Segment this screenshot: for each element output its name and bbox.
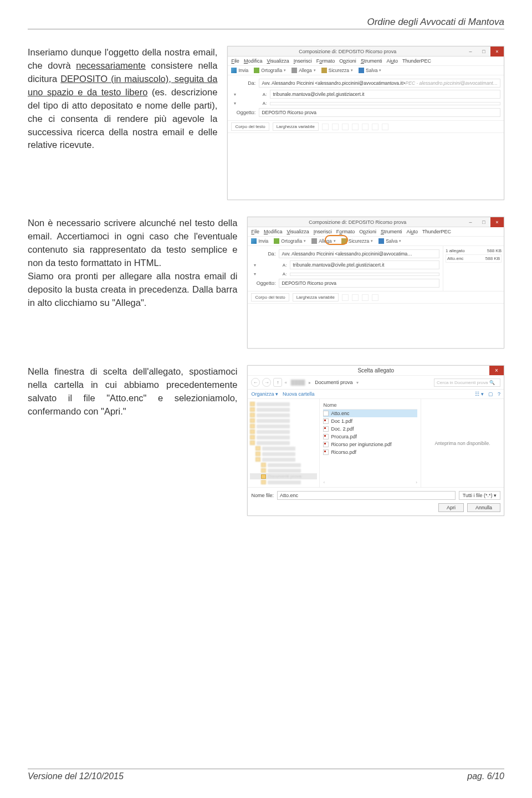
compose-body-2[interactable] <box>248 304 504 348</box>
organize-button[interactable]: Organizza ▾ <box>251 391 278 397</box>
folder-tree[interactable]: Documenti prova <box>248 399 320 487</box>
menu-aiuto[interactable]: Aiuto <box>406 229 418 234</box>
column-name[interactable]: Nome <box>323 401 417 410</box>
view-icon[interactable]: ☷ ▾ <box>475 391 484 397</box>
align-icon[interactable] <box>382 124 388 130</box>
subject-field[interactable]: DEPOSITO Ricorso prova <box>259 108 500 117</box>
to-dropdown-icon[interactable]: ▾ <box>231 92 239 97</box>
italic-icon[interactable] <box>352 124 359 130</box>
file-row[interactable]: Ricorso per ingiunzione.pdf <box>323 441 417 448</box>
close-icon[interactable]: × <box>490 47 504 57</box>
footer-page: pag. 6/10 <box>467 771 504 781</box>
close-icon[interactable]: × <box>489 366 504 375</box>
font-size-increase-icon[interactable] <box>332 124 339 130</box>
menu-file[interactable]: File <box>251 229 259 234</box>
attach-count: 1 allegato <box>446 248 465 253</box>
format-icon[interactable] <box>362 294 369 301</box>
page-footer: Versione del 12/10/2015 pag. 6/10 <box>28 769 504 781</box>
to-field[interactable]: tribunale.mantova@civile.ptel.giustiziac… <box>270 90 500 99</box>
body-type-select[interactable]: Corpo del testo <box>251 293 289 301</box>
file-dialog: Scelta allegato × ← → ↑ « ████ ▸ Documen… <box>247 365 504 516</box>
menu-formato[interactable]: Formato <box>336 229 355 234</box>
menu-aiuto[interactable]: Aiuto <box>386 58 398 64</box>
menu-file[interactable]: File <box>231 58 239 64</box>
file-filter-select[interactable]: Tutti i file (*.*) ▾ <box>459 491 500 500</box>
to2-field[interactable] <box>270 102 500 105</box>
bold-icon[interactable] <box>342 124 349 130</box>
save-button[interactable]: Salva▾ <box>359 68 381 73</box>
send-button[interactable]: Invia <box>251 238 268 244</box>
help-icon[interactable]: ? <box>498 391 500 397</box>
menu-bar[interactable]: File Modifica Visualizza Inserisci Forma… <box>228 57 504 66</box>
new-folder-button[interactable]: Nuova cartella <box>283 391 315 397</box>
menu-visualizza[interactable]: Visualizza <box>287 229 309 234</box>
to-dropdown-icon[interactable]: ▾ <box>251 263 259 268</box>
menu-visualizza[interactable]: Visualizza <box>267 58 289 64</box>
format-icon[interactable] <box>342 294 349 301</box>
maximize-icon[interactable]: □ <box>477 217 490 227</box>
open-button[interactable]: Apri <box>438 503 464 512</box>
scroll-left-icon[interactable]: ‹ <box>323 480 325 485</box>
attach-item-size: 588 KB <box>485 256 500 261</box>
format-icon[interactable] <box>372 294 378 301</box>
cancel-button[interactable]: Annulla <box>467 503 500 512</box>
from-field[interactable]: Avv. Alessandro Piccinini <alessandro.pi… <box>259 79 500 88</box>
close-icon[interactable]: × <box>490 217 504 227</box>
menu-thunderpec[interactable]: ThunderPEC <box>402 58 431 64</box>
menu-modifica[interactable]: Modifica <box>244 58 263 64</box>
body-type-select[interactable]: Corpo del testo <box>231 122 269 131</box>
forward-icon[interactable]: → <box>262 378 271 387</box>
attach-button[interactable]: Allega▾ <box>291 68 316 73</box>
subject-field-2[interactable]: DEPOSITO Ricorso prova <box>279 279 439 288</box>
filename-input[interactable]: Atto.enc <box>277 491 456 500</box>
lock-icon <box>321 68 327 73</box>
menu-opzioni[interactable]: Opzioni <box>339 58 356 64</box>
width-select[interactable]: Larghezza variabile <box>293 293 339 301</box>
to2-dropdown-icon[interactable]: ▾ <box>251 272 259 277</box>
security-button[interactable]: Sicurezza▾ <box>321 68 353 73</box>
attach-item-name[interactable]: Atto.enc <box>447 256 463 261</box>
from-field-2[interactable]: Avv. Alessandro Piccinini <alessandro.pi… <box>279 249 439 258</box>
save-button[interactable]: Salva▾ <box>378 238 401 244</box>
paragraph-2: Non è necessario scrivere alcunché nel t… <box>28 217 237 349</box>
file-row[interactable]: Ricorso.pdf <box>323 448 417 456</box>
menu-strumenti[interactable]: Strumenti <box>361 58 382 64</box>
spell-button[interactable]: Ortografia▾ <box>254 68 286 73</box>
preview-pane-icon[interactable]: ▢ <box>488 391 493 397</box>
menu-strumenti[interactable]: Strumenti <box>381 229 402 234</box>
to2-field-2[interactable] <box>290 273 439 276</box>
scroll-right-icon[interactable]: › <box>416 480 417 485</box>
back-icon[interactable]: ← <box>251 378 260 387</box>
send-button[interactable]: Invia <box>231 68 248 73</box>
compose-body[interactable] <box>228 133 504 200</box>
window-title: Composizione di: DEPOSITO Ricorso prova <box>231 49 464 54</box>
file-list: Nome Atto.enc Doc 1.pdf Doc. 2.pdf Procu… <box>320 399 421 487</box>
path-bar: ← → ↑ « ████ ▸ Documenti prova ▾ Cerca i… <box>248 376 504 390</box>
maximize-icon[interactable]: □ <box>477 47 490 57</box>
font-size-decrease-icon[interactable] <box>322 124 329 130</box>
list-icon[interactable] <box>362 124 369 130</box>
search-input[interactable]: Cerca in Documenti prova 🔍 <box>434 378 500 387</box>
menu-formato[interactable]: Formato <box>316 58 335 64</box>
format-icon[interactable] <box>352 294 359 301</box>
menu-thunderpec[interactable]: ThunderPEC <box>422 229 451 234</box>
to-field-2[interactable]: tribunale.mantova@civile.ptel.giustiziac… <box>290 260 439 269</box>
menu-opzioni[interactable]: Opzioni <box>359 229 376 234</box>
file-row[interactable]: Doc 1.pdf <box>323 417 417 425</box>
minimize-icon[interactable]: – <box>464 217 477 227</box>
width-select[interactable]: Larghezza variabile <box>273 122 319 131</box>
spell-button[interactable]: Ortografia▾ <box>274 238 306 244</box>
file-row[interactable]: Procura.pdf <box>323 433 417 441</box>
menu-inserisci[interactable]: Inserisci <box>314 229 332 234</box>
indent-icon[interactable] <box>372 124 378 130</box>
file-row-selected[interactable]: Atto.enc <box>323 410 417 417</box>
up-icon[interactable]: ↑ <box>273 378 282 387</box>
menu-modifica[interactable]: Modifica <box>264 229 283 234</box>
from-label: Da: <box>231 80 255 86</box>
menu-bar-2[interactable]: File Modifica Visualizza Inserisci Forma… <box>248 227 504 237</box>
file-row[interactable]: Doc. 2.pdf <box>323 425 417 433</box>
breadcrumb-current[interactable]: Documenti prova <box>313 379 354 386</box>
to2-dropdown-icon[interactable]: ▾ <box>231 101 239 106</box>
minimize-icon[interactable]: – <box>464 47 477 57</box>
menu-inserisci[interactable]: Inserisci <box>294 58 312 64</box>
